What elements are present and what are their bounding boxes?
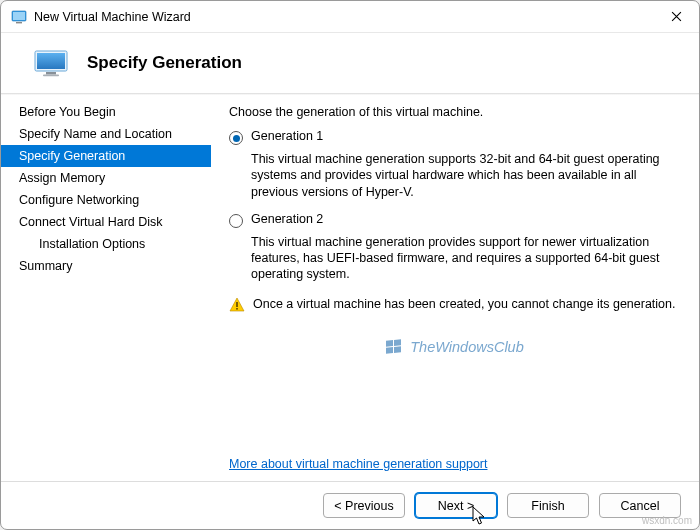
sidebar-item-label: Summary bbox=[19, 259, 72, 273]
radio-icon bbox=[229, 131, 243, 145]
footer: < Previous Next > Finish Cancel bbox=[1, 481, 699, 529]
sidebar-item-summary[interactable]: Summary bbox=[1, 255, 211, 277]
button-label: Finish bbox=[531, 499, 564, 513]
wizard-body: Before You Begin Specify Name and Locati… bbox=[1, 95, 699, 481]
warning-icon bbox=[229, 297, 245, 313]
windows-logo-icon bbox=[384, 337, 404, 357]
sidebar-item-label: Assign Memory bbox=[19, 171, 105, 185]
sidebar-item-label: Connect Virtual Hard Disk bbox=[19, 215, 163, 229]
next-button[interactable]: Next > bbox=[415, 493, 497, 518]
more-info-link[interactable]: More about virtual machine generation su… bbox=[229, 457, 487, 471]
svg-rect-11 bbox=[386, 347, 393, 354]
sidebar-item-installation-options[interactable]: Installation Options bbox=[1, 233, 211, 255]
svg-rect-5 bbox=[46, 72, 56, 75]
wizard-window: New Virtual Machine Wizard Specify Gener… bbox=[0, 0, 700, 530]
watermark-text: TheWindowsClub bbox=[410, 339, 524, 355]
sidebar-item-label: Specify Name and Location bbox=[19, 127, 172, 141]
sidebar-item-configure-networking[interactable]: Configure Networking bbox=[1, 189, 211, 211]
svg-rect-7 bbox=[236, 302, 238, 307]
svg-rect-10 bbox=[394, 339, 401, 346]
sidebar-item-label: Installation Options bbox=[39, 237, 145, 251]
svg-rect-1 bbox=[13, 12, 25, 20]
svg-rect-9 bbox=[386, 340, 393, 347]
radio-option-gen2[interactable]: Generation 2 bbox=[229, 212, 679, 228]
close-button[interactable] bbox=[653, 1, 699, 33]
button-label: Next > bbox=[438, 499, 474, 513]
svg-rect-4 bbox=[37, 53, 65, 69]
page-title: Specify Generation bbox=[87, 53, 242, 73]
warning-text: Once a virtual machine has been created,… bbox=[253, 297, 676, 311]
titlebar: New Virtual Machine Wizard bbox=[1, 1, 699, 33]
app-icon bbox=[11, 9, 27, 25]
previous-button[interactable]: < Previous bbox=[323, 493, 405, 518]
svg-rect-6 bbox=[43, 75, 59, 77]
gen2-description: This virtual machine generation provides… bbox=[251, 234, 679, 283]
watermark: TheWindowsClub bbox=[229, 337, 679, 357]
sidebar-item-connect-vhd[interactable]: Connect Virtual Hard Disk bbox=[1, 211, 211, 233]
attribution: wsxdn.com bbox=[642, 515, 692, 526]
sidebar-item-label: Configure Networking bbox=[19, 193, 139, 207]
gen2-label: Generation 2 bbox=[251, 212, 323, 226]
finish-button[interactable]: Finish bbox=[507, 493, 589, 518]
radio-option-gen1[interactable]: Generation 1 bbox=[229, 129, 679, 145]
intro-text: Choose the generation of this virtual ma… bbox=[229, 105, 679, 119]
sidebar-item-before-you-begin[interactable]: Before You Begin bbox=[1, 101, 211, 123]
button-label: < Previous bbox=[334, 499, 393, 513]
sidebar: Before You Begin Specify Name and Locati… bbox=[1, 95, 211, 481]
sidebar-item-label: Specify Generation bbox=[19, 149, 125, 163]
sidebar-item-specify-name-location[interactable]: Specify Name and Location bbox=[1, 123, 211, 145]
close-icon bbox=[671, 11, 682, 22]
svg-rect-8 bbox=[236, 308, 238, 310]
svg-rect-12 bbox=[394, 346, 401, 353]
button-label: Cancel bbox=[621, 499, 660, 513]
header: Specify Generation bbox=[1, 33, 699, 93]
gen1-label: Generation 1 bbox=[251, 129, 323, 143]
content-pane: Choose the generation of this virtual ma… bbox=[211, 95, 699, 481]
warning-row: Once a virtual machine has been created,… bbox=[229, 297, 679, 313]
window-title: New Virtual Machine Wizard bbox=[34, 10, 653, 24]
sidebar-item-label: Before You Begin bbox=[19, 105, 116, 119]
monitor-icon bbox=[33, 49, 69, 77]
radio-icon bbox=[229, 214, 243, 228]
sidebar-item-specify-generation[interactable]: Specify Generation bbox=[1, 145, 211, 167]
sidebar-item-assign-memory[interactable]: Assign Memory bbox=[1, 167, 211, 189]
svg-rect-2 bbox=[16, 22, 22, 23]
gen1-description: This virtual machine generation supports… bbox=[251, 151, 679, 200]
